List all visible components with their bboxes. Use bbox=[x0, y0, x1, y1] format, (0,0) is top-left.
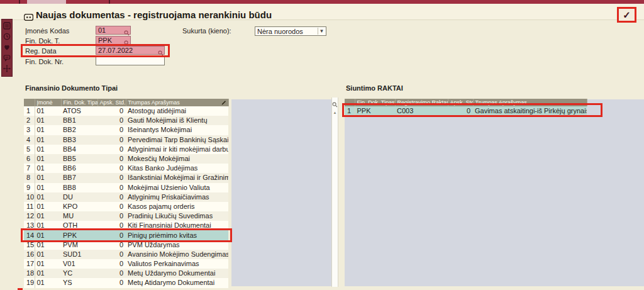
cell: 01 bbox=[35, 202, 61, 211]
history-clock-icon[interactable] bbox=[3, 32, 11, 40]
field-label-sukurta: Sukurta (kieno): bbox=[182, 27, 231, 35]
table-row[interactable]: 1701V010Valiutos Perkainavimas bbox=[24, 259, 228, 269]
table-row[interactable]: 1PPKC0030Gavimas atskaitingi-iš Pirkėjų … bbox=[345, 106, 587, 116]
table-row[interactable]: 1101KPO0Kasos pajamų orderis bbox=[24, 202, 228, 211]
right-grid-title: Siuntimo RAKTAI bbox=[346, 84, 403, 92]
table-row[interactable]: 501BB40Atlyginimai ir kiti mokėjimai dar… bbox=[24, 145, 228, 154]
cell: BB5 bbox=[61, 154, 97, 164]
table-row[interactable]: 1301OTH0Kiti Finansiniai Dokumentai bbox=[24, 221, 228, 230]
table-row[interactable]: 101ATOS0Atostogų atidėjimai bbox=[24, 106, 228, 116]
table-row[interactable]: 1901YS0Metų Atidarymo Dokumentai bbox=[24, 278, 228, 287]
cell: V01 bbox=[61, 259, 97, 269]
column-header[interactable]: Trumpas Aprašymas bbox=[473, 99, 587, 106]
edit-pencil-icon[interactable] bbox=[221, 100, 226, 106]
cell: OTH bbox=[61, 221, 97, 230]
table-row[interactable]: 1201MU0Pradinių Likučių Suvedimas bbox=[24, 211, 228, 221]
cell: 01 bbox=[35, 145, 61, 154]
sukurta-kieno-value: Nėra nuorodos bbox=[257, 28, 303, 35]
table-row[interactable]: 1501PVM0PVM Uždarymas bbox=[24, 240, 228, 250]
scroll-up-icon[interactable]: ▲ bbox=[332, 111, 338, 114]
confirm-button[interactable]: ✓ bbox=[619, 9, 635, 21]
column-header[interactable]: Apsk. Std. bbox=[97, 99, 126, 106]
cell: BB1 bbox=[61, 116, 97, 125]
table-row[interactable]: 901BB80Mokėjimai Užsienio Valiuta bbox=[24, 183, 228, 192]
cell: BB4 bbox=[61, 145, 97, 154]
grid-search-icon[interactable] bbox=[332, 99, 338, 110]
table-row[interactable]: 1001DU0Atlyginimų Priskaičiavimas bbox=[24, 192, 228, 202]
cell: Metų Atidarymo Dokumentai bbox=[126, 278, 228, 287]
fin-dok-nr-input[interactable] bbox=[96, 57, 165, 65]
left-grid-empty-area bbox=[231, 99, 331, 286]
column-header[interactable]: Apsk. Std. bbox=[448, 99, 473, 106]
cell: 01 bbox=[35, 230, 61, 240]
chevron-down-icon[interactable]: ▼ bbox=[318, 28, 325, 35]
column-header[interactable]: Registravimo Raktas bbox=[395, 99, 448, 106]
table-row[interactable]: 1601SUD10Avansinio Mokėjimo Sudengimas s… bbox=[24, 250, 228, 259]
cell: 0 bbox=[97, 211, 126, 221]
cell: 11 bbox=[24, 202, 35, 211]
app-window: Naujas dokumentas - registruojama nerank… bbox=[0, 0, 644, 290]
cell: Išankstiniai Mokėjimai ir Gražinimai bbox=[126, 173, 228, 182]
table-row[interactable]: 801BB70Išankstiniai Mokėjimai ir Gražini… bbox=[24, 173, 228, 182]
title-bar: Naujas dokumentas - registruojama nerank… bbox=[0, 4, 644, 20]
column-header[interactable] bbox=[24, 99, 35, 106]
table-row[interactable]: 1801YC0Metų Uždarymo Dokumentai bbox=[24, 269, 228, 278]
right-table-header-row: Fin. Dok. TipasRegistravimo RaktasApsk. … bbox=[345, 99, 587, 106]
cell: Gauti Mokėjimai iš Klientų bbox=[126, 116, 228, 125]
table-row[interactable]: 1401PPK0Pinigų priėmimo kvitas bbox=[24, 230, 228, 240]
cell: Kitas Banko Judėjimas bbox=[126, 164, 228, 173]
cell: 0 bbox=[97, 202, 126, 211]
table-row[interactable]: 701BB60Kitas Banko Judėjimas bbox=[24, 164, 228, 173]
annotation-confirm: ✓ bbox=[617, 7, 636, 23]
cell: C003 bbox=[395, 106, 448, 116]
cell: 3 bbox=[24, 125, 35, 135]
cell: 01 bbox=[35, 278, 61, 287]
left-table: ĮmonėFin. Dok. TipasApsk. Std.Trumpas Ap… bbox=[24, 99, 229, 288]
cell: YC bbox=[61, 269, 97, 278]
cell: 0 bbox=[97, 183, 126, 192]
cell: BB7 bbox=[61, 173, 97, 182]
column-header[interactable]: Fin. Dok. Tipas bbox=[61, 99, 97, 106]
cell: 8 bbox=[24, 173, 35, 182]
cell: 01 bbox=[35, 250, 61, 259]
cell: PVM bbox=[61, 240, 97, 250]
cell: Metų Uždarymo Dokumentai bbox=[126, 269, 228, 278]
cell: SUD1 bbox=[61, 250, 97, 259]
reg-data-input[interactable] bbox=[96, 46, 165, 55]
cell: Valiutos Perkainavimas bbox=[126, 259, 228, 269]
column-header[interactable] bbox=[345, 99, 355, 106]
favorites-heart-icon[interactable] bbox=[3, 43, 11, 51]
cell: 18 bbox=[24, 269, 35, 278]
list-icon[interactable] bbox=[3, 21, 11, 30]
cell: 01 bbox=[35, 240, 61, 250]
comment-bubble-icon[interactable] bbox=[3, 53, 11, 62]
table-row[interactable]: 401BB30Pervedimai Tarp Bankinių Sąskaitų bbox=[24, 135, 228, 145]
cell: Išeinantys Mokėjimai bbox=[126, 125, 228, 135]
table-row[interactable]: 601BB50Mokesčių Mokėjimai bbox=[24, 154, 228, 164]
cell: PPK bbox=[355, 106, 395, 116]
cell: BB8 bbox=[61, 183, 97, 192]
cell: 0 bbox=[97, 173, 126, 182]
column-header[interactable]: Įmonė bbox=[35, 99, 61, 106]
table-row[interactable]: 301BB20Išeinantys Mokėjimai bbox=[24, 125, 228, 135]
table-row[interactable]: 201BB10Gauti Mokėjimai iš Klientų bbox=[24, 116, 228, 125]
cell: Atostogų atidėjimai bbox=[126, 106, 228, 116]
sukurta-kieno-select[interactable]: Nėra nuorodos ▼ bbox=[255, 26, 326, 36]
cell: 0 bbox=[97, 154, 126, 164]
column-header[interactable]: Trumpas Aprašymas bbox=[126, 99, 228, 106]
cell: Kiti Finansiniai Dokumentai bbox=[126, 221, 228, 230]
field-label-fin-dok-t: Fin. Dok. T. bbox=[25, 37, 60, 45]
navigate-arrows-icon[interactable] bbox=[3, 64, 11, 72]
cell: 7 bbox=[24, 164, 35, 173]
cell: Pradinių Likučių Suvedimas bbox=[126, 211, 228, 221]
cell: 0 bbox=[97, 250, 126, 259]
cell: 2 bbox=[24, 116, 35, 125]
cell: 16 bbox=[24, 250, 35, 259]
cell: YS bbox=[61, 278, 97, 287]
left-grid-scrollbar[interactable]: ▲ bbox=[331, 98, 338, 287]
cell: Atlyginimai ir kiti mokėjimai darbuotoju… bbox=[126, 145, 228, 154]
right-table: Fin. Dok. TipasRegistravimo RaktasApsk. … bbox=[345, 99, 587, 116]
column-header[interactable]: Fin. Dok. Tipas bbox=[355, 99, 395, 106]
cell: 15 bbox=[24, 240, 35, 250]
cell: Atlyginimų Priskaičiavimas bbox=[126, 192, 228, 202]
